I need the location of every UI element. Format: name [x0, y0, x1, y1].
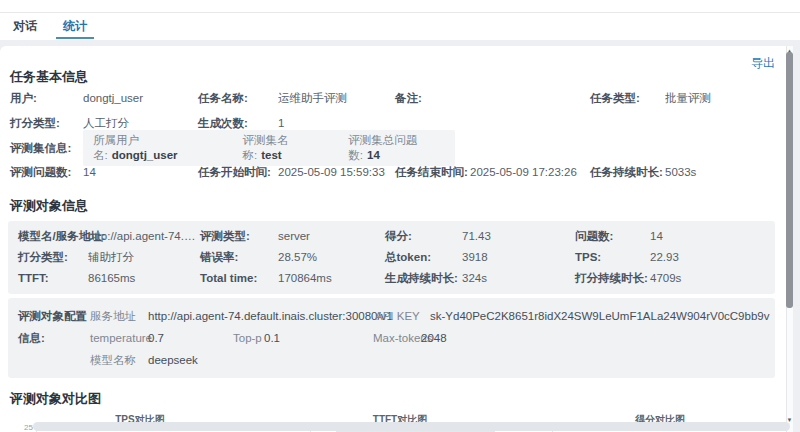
- field-label: 模型名称: [90, 349, 148, 371]
- field-label: 用户:: [10, 86, 83, 111]
- field-value: 71.43: [462, 226, 575, 247]
- task-info-row-1: 用户: dongtj_user 任务名称: 运维助手评测 备注: 任务类型: 批…: [10, 86, 793, 111]
- object-info-row-3: TTFT: 86165ms Total time: 170864ms 生成持续时…: [18, 268, 775, 289]
- field-value: deepseek: [148, 349, 198, 371]
- field-value: 运维助手评测: [278, 86, 395, 111]
- field-value: 86165ms: [88, 268, 200, 289]
- field-value: 2025-05-09 15:59:33: [278, 160, 395, 185]
- field-label: 任务开始时间:: [198, 160, 278, 185]
- field-value: 0.1: [264, 327, 373, 349]
- field-value: 324s: [462, 268, 575, 289]
- field-value: 0.7: [148, 327, 233, 349]
- horizontal-scrollbar-thumb[interactable]: [33, 422, 790, 431]
- field-label: 服务地址: [90, 305, 148, 327]
- field-label: 评测类型:: [200, 226, 278, 247]
- field-value: sk-Yd40PeC2K8651r8idX24SW9LeUmF1ALa24W90…: [430, 305, 769, 327]
- dataset-name: 评测集名称:test: [242, 133, 324, 163]
- field-label: Total time:: [200, 268, 278, 289]
- field-value: [470, 86, 590, 111]
- dataset-owner: 所属用户名:dongtj_user: [93, 133, 218, 163]
- object-info-row-1: 模型名/服务地址: http://api.agent-74.default.in…: [18, 226, 775, 247]
- dataset-question-count: 评测集总问题数:14: [348, 133, 445, 163]
- section-title-charts: 评测对象对比图: [10, 390, 793, 408]
- field-label: 总token:: [385, 247, 462, 268]
- field-label: 评测对象配置信息:: [18, 305, 90, 371]
- section-title-task-info: 任务基本信息: [10, 68, 793, 86]
- top-header-strip: [0, 0, 800, 13]
- field-value: 170864ms: [278, 268, 385, 289]
- field-value: http://api.agent-74.default.ina...: [88, 226, 200, 247]
- field-value: 5033s: [665, 160, 793, 185]
- statistics-panel: 导出 任务基本信息 用户: dongtj_user 任务名称: 运维助手评测 备…: [0, 46, 793, 432]
- field-label: 任务类型:: [590, 86, 665, 111]
- field-label: 得分:: [385, 226, 462, 247]
- object-info-panel: 模型名/服务地址: http://api.agent-74.default.in…: [8, 221, 775, 294]
- field-label: 错误率:: [200, 247, 278, 268]
- field-label: 评测集信息:: [10, 141, 83, 156]
- vertical-scrollbar-thumb[interactable]: [786, 52, 793, 308]
- tab-bar: 对话 统计: [0, 13, 800, 40]
- dataset-info-row: 评测集信息: 所属用户名:dongtj_user 评测集名称:test 评测集总…: [10, 136, 793, 160]
- field-value: dongtj_user: [83, 86, 198, 111]
- field-value: 28.57%: [278, 247, 385, 268]
- field-label: 打分持续时长:: [575, 268, 650, 289]
- field-label: 任务名称:: [198, 86, 278, 111]
- section-title-object-info: 评测对象信息: [10, 197, 793, 215]
- object-config-panel: 评测对象配置信息: 服务地址 http://api.agent-74.defau…: [8, 298, 775, 378]
- field-value: http://api.agent-74.default.inais.cluste…: [148, 305, 375, 327]
- task-info-row-3: 评测问题数: 14 任务开始时间: 2025-05-09 15:59:33 任务…: [10, 160, 793, 185]
- field-value: 2048: [421, 327, 447, 349]
- field-value: 批量评测: [665, 86, 793, 111]
- field-label: 评测问题数:: [10, 160, 83, 185]
- object-info-row-2: 打分类型: 辅助打分 错误率: 28.57% 总token: 3918 TPS:…: [18, 247, 775, 268]
- field-label: Max-tokens: [373, 327, 421, 349]
- field-value: 14: [650, 226, 775, 247]
- export-button[interactable]: 导出: [751, 55, 775, 72]
- field-label: 问题数:: [575, 226, 650, 247]
- field-value: 4709s: [650, 268, 775, 289]
- tab-statistics[interactable]: 统计: [60, 13, 90, 40]
- field-value: server: [278, 226, 385, 247]
- field-label: 任务持续时长:: [590, 160, 665, 185]
- field-label: 打分类型:: [18, 247, 88, 268]
- field-label: TPS:: [575, 247, 650, 268]
- field-value: 辅助打分: [88, 247, 200, 268]
- field-value: 2025-05-09 17:23:26: [470, 160, 590, 185]
- tab-dialogue[interactable]: 对话: [10, 13, 40, 40]
- config-row-service: 服务地址 http://api.agent-74.default.inais.c…: [90, 305, 775, 327]
- field-label: API KEY: [375, 305, 430, 327]
- field-label: 备注:: [395, 86, 470, 111]
- field-label: 模型名/服务地址:: [18, 226, 88, 247]
- field-value: 3918: [462, 247, 575, 268]
- field-label: 打分类型:: [10, 111, 83, 136]
- field-label: temperature: [90, 327, 148, 349]
- config-row-params: temperature 0.7 Top-p 0.1 Max-tokens 204…: [90, 327, 775, 349]
- field-label: 生成持续时长:: [385, 268, 462, 289]
- object-config-rows: 服务地址 http://api.agent-74.default.inais.c…: [90, 305, 775, 371]
- field-label: 任务结束时间:: [395, 160, 470, 185]
- field-label: TTFT:: [18, 268, 88, 289]
- config-row-model: 模型名称 deepseek: [90, 349, 775, 371]
- field-value: 14: [83, 160, 198, 185]
- field-label: Top-p: [233, 327, 264, 349]
- field-value: 22.93: [650, 247, 775, 268]
